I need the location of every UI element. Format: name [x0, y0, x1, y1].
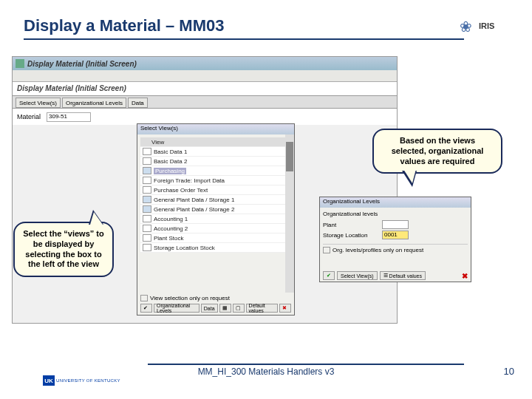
select-views-button[interactable]: Select View(s) [16, 98, 61, 108]
uk-text: UNIVERSITY OF KENTUCKY [56, 378, 120, 383]
toolbar [13, 70, 397, 82]
sloc-label: Storage Location [323, 232, 382, 239]
view-label: Accounting 1 [154, 216, 188, 222]
org-levels-button[interactable]: Organizational Levels [62, 98, 126, 108]
view-row[interactable]: Basic Data 1 [140, 147, 291, 157]
only-on-request-label: View selection only on request [150, 295, 230, 301]
slide-title: Display a Material – MM03 [24, 16, 224, 35]
view-label: Basic Data 2 [154, 158, 187, 165]
org-only-on-request-label: Org. levels/profiles only on request [332, 247, 423, 253]
select-views-button[interactable]: Select View(s) [337, 271, 378, 280]
view-label: Basic Data 1 [154, 149, 187, 155]
view-checkbox[interactable] [143, 225, 151, 232]
view-row[interactable]: General Plant Data / Storage 2 [140, 205, 291, 214]
view-row[interactable]: General Plant Data / Storage 1 [140, 195, 291, 205]
view-checkbox[interactable] [143, 196, 151, 203]
ok-button[interactable]: ✔ [140, 304, 152, 313]
check-icon: ✔ [327, 273, 331, 279]
view-row[interactable]: Purchasing [140, 166, 291, 176]
view-row[interactable]: Accounting 2 [140, 224, 291, 233]
sloc-input[interactable]: 0001 [382, 231, 409, 239]
org-dialog-title: Organizational Levels [320, 197, 471, 208]
default-values-button[interactable]: Default values [246, 304, 278, 313]
plant-label: Plant [323, 222, 382, 228]
callout-select-views: Select the “views” to be displayed by se… [13, 222, 114, 277]
material-input[interactable]: 309-51 [47, 112, 91, 122]
default-values-button[interactable]: ☰ Default values [380, 271, 426, 280]
list-icon: ☰ [383, 273, 388, 279]
footer-rule [148, 364, 464, 365]
views-list: View Basic Data 1 Basic Data 2 Purchasin… [140, 137, 291, 253]
sap-screenshot: Display Material (Initial Screen) Displa… [12, 56, 398, 324]
view-row[interactable]: Storage Location Stock [140, 243, 291, 253]
material-label: Material [17, 113, 41, 120]
view-checkbox[interactable] [143, 186, 151, 194]
org-levels-button[interactable]: Organizational Levels [154, 304, 200, 313]
org-levels-dialog: Organizational Levels Organizational lev… [319, 197, 471, 282]
select-all-icon: ▦ [222, 305, 228, 311]
view-checkbox[interactable] [143, 244, 151, 251]
view-label: Purchasing [154, 168, 186, 174]
uk-badge: UK [43, 375, 55, 386]
view-checkbox[interactable] [143, 148, 151, 155]
view-row[interactable]: Purchase Order Text [140, 185, 291, 195]
close-icon: ✖ [282, 305, 288, 311]
only-on-request-checkbox[interactable] [140, 295, 148, 301]
iris-text: IRIS [479, 21, 494, 30]
view-label: General Plant Data / Storage 2 [154, 206, 234, 213]
callout-org-values: Based on the views selected, organizatio… [372, 129, 502, 174]
window-title: Display Material (Initial Screen) [27, 60, 137, 68]
cancel-button[interactable]: ✖ [462, 272, 468, 280]
footer-title: MM_HI_300 Materials Handlers v3 [0, 366, 532, 377]
app-icon [16, 59, 24, 68]
window-titlebar: Display Material (Initial Screen) [13, 57, 397, 70]
views-scrollbar[interactable] [285, 134, 294, 293]
deselect-icon: ▢ [236, 305, 242, 311]
org-subheader: Organizational levels [323, 211, 468, 217]
view-label: Purchase Order Text [154, 187, 208, 194]
view-row[interactable]: Accounting 1 [140, 214, 291, 224]
views-dialog-title: Select View(s) [137, 124, 294, 134]
uk-logo: UK UNIVERSITY OF KENTUCKY [43, 375, 120, 386]
view-row[interactable]: Plant Stock [140, 233, 291, 243]
view-label: Accounting 2 [154, 225, 188, 232]
check-icon: ✔ [143, 305, 149, 311]
view-checkbox[interactable] [143, 157, 151, 165]
view-label: Foreign Trade: Import Data [154, 177, 225, 184]
deselect-all-button[interactable]: ▢ [233, 304, 245, 313]
view-label: General Plant Data / Storage 1 [154, 197, 234, 203]
view-checkbox[interactable] [143, 215, 151, 222]
view-row[interactable]: Basic Data 2 [140, 157, 291, 166]
button-row: Select View(s) Organizational Levels Dat… [13, 95, 397, 109]
view-row[interactable]: Foreign Trade: Import Data [140, 176, 291, 185]
views-group-header: View [151, 139, 164, 146]
callout-text: Based on the views selected, organizatio… [392, 136, 484, 166]
iris-flower-icon [460, 18, 476, 34]
plant-input[interactable] [382, 220, 409, 229]
select-views-dialog: Select View(s) View Basic Data 1 Basic D… [137, 123, 295, 316]
screen-subtitle: Display Material (Initial Screen) [13, 82, 397, 95]
cancel-button[interactable]: ✖ [279, 304, 291, 313]
view-checkbox[interactable] [143, 167, 151, 174]
callout-text: Select the “views” to be displayed by se… [23, 229, 103, 268]
close-icon: ✖ [462, 272, 468, 280]
page-number: 10 [504, 366, 514, 377]
data-button[interactable]: Data [201, 304, 218, 313]
view-checkbox[interactable] [143, 205, 151, 213]
ok-button[interactable]: ✔ [323, 271, 335, 280]
view-checkbox[interactable] [143, 177, 151, 184]
iris-logo: IRIS [460, 15, 507, 37]
org-only-on-request-checkbox[interactable] [323, 247, 330, 253]
view-label: Plant Stock [154, 235, 183, 242]
material-row: Material 309-51 [13, 109, 397, 125]
view-checkbox[interactable] [143, 234, 151, 242]
select-all-button[interactable]: ▦ [219, 304, 231, 313]
view-label: Storage Location Stock [154, 245, 215, 251]
data-button[interactable]: Data [128, 98, 148, 108]
